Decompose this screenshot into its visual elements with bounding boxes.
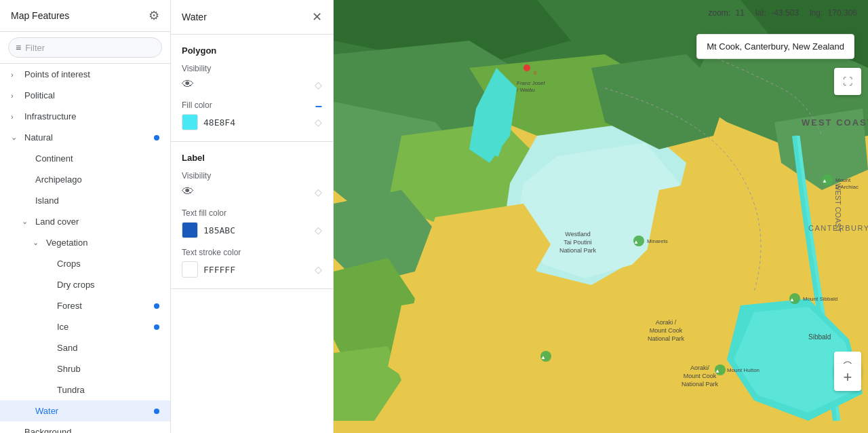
text-fill-color-swatch	[182, 222, 198, 238]
sidebar-header: Map Features ⚙	[0, 0, 170, 32]
lng-label: lng: 170.306	[810, 8, 857, 18]
svg-text:Minarets: Minarets	[647, 238, 668, 244]
sidebar-item-forest[interactable]: Forest	[0, 295, 170, 316]
svg-text:/ Waiāu: / Waiāu	[517, 87, 535, 93]
text-stroke-color-field[interactable]: FFFFFF	[182, 261, 235, 278]
chevron-icon: ⌄	[22, 217, 31, 226]
svg-text:Mount Sibbald: Mount Sibbald	[803, 296, 837, 302]
fill-color-field[interactable]: 48E8F4	[182, 114, 235, 130]
chevron-icon: ⌄	[33, 238, 42, 247]
nav-item-label: Vegetation	[46, 238, 87, 248]
text-fill-color-value: 185ABC	[203, 225, 235, 236]
diamond-icon-label-vis[interactable]: ◇	[315, 187, 322, 197]
diamond-icon-text-stroke[interactable]: ◇	[315, 264, 322, 275]
nav-item-label: Natural	[24, 132, 53, 143]
visibility-label-polygon: Visibility	[182, 64, 322, 73]
text-stroke-color-label: Text stroke color	[182, 248, 322, 257]
chevron-icon: ⌄	[11, 133, 20, 142]
sidebar-item-points-of-interest[interactable]: ›Points of interest	[0, 64, 170, 85]
lat-value: -43.503	[771, 8, 799, 18]
svg-text:Tai Poutini: Tai Poutini	[564, 239, 592, 246]
visibility-row-label: 👁 ◇	[182, 185, 322, 199]
svg-text:Westland: Westland	[565, 231, 590, 238]
svg-text:Mount Cook: Mount Cook	[650, 327, 683, 334]
sidebar-item-shrub[interactable]: Shrub	[0, 358, 170, 379]
zoom-in-icon: +	[844, 370, 852, 385]
fullscreen-button[interactable]: ⛶	[834, 68, 861, 95]
svg-text:▲: ▲	[633, 239, 639, 245]
diamond-icon-text-fill[interactable]: ◇	[315, 225, 322, 236]
svg-text:▲: ▲	[540, 354, 546, 360]
visibility-row-polygon: 👁 ◇	[182, 77, 322, 92]
fill-color-label: Fill color	[182, 100, 212, 110]
zoom-value: 11	[735, 8, 744, 18]
polygon-section-title: Polygon	[182, 45, 322, 56]
svg-text:National Park: National Park	[559, 247, 597, 254]
fill-color-minus[interactable]: −	[315, 100, 322, 114]
svg-text:National Park: National Park	[648, 335, 685, 342]
svg-marker-22	[388, 292, 510, 394]
tooltip-text: Mt Cook, Canterbury, New Zealand	[707, 41, 844, 52]
sidebar-item-land-cover[interactable]: ⌄Land cover	[0, 211, 170, 232]
diamond-icon-fill[interactable]: ◇	[315, 117, 322, 128]
nav-item-label: Infrastructure	[24, 111, 77, 121]
nav-item-label: Archipelago	[35, 174, 82, 185]
zoom-in-button[interactable]: +	[834, 364, 861, 391]
chevron-icon: ›	[11, 92, 20, 100]
sidebar-item-crops[interactable]: Crops	[0, 253, 170, 274]
svg-text:Mount Hutton: Mount Hutton	[727, 367, 760, 373]
map-area[interactable]: WEST COAST WEST COAST CANTERBURY CANTERB…	[334, 0, 868, 433]
lng-value: 170.306	[828, 8, 857, 18]
nav-item-label: Crops	[57, 259, 81, 269]
sidebar: Map Features ⚙ ≡ Filter ›Points of inter…	[0, 0, 171, 433]
sidebar-item-vegetation[interactable]: ⌄Vegetation	[0, 232, 170, 253]
svg-text:Mount Cook: Mount Cook	[684, 373, 717, 379]
sidebar-item-infrastructure[interactable]: ›Infrastructure	[0, 106, 170, 127]
nav-item-label: Forest	[57, 301, 82, 311]
sidebar-item-tundra[interactable]: Tundra	[0, 379, 170, 400]
nav-item-label: Water	[35, 406, 58, 416]
chevron-icon: ›	[11, 113, 20, 121]
eye-icon-polygon[interactable]: 👁	[182, 77, 194, 92]
sidebar-item-island[interactable]: Island	[0, 190, 170, 211]
eye-icon-label[interactable]: 👁	[182, 185, 194, 199]
lat-label: lat: -43.503	[755, 8, 799, 18]
gear-icon[interactable]: ⚙	[149, 10, 159, 22]
nav-item-label: Shrub	[57, 364, 81, 374]
text-fill-color-row: 185ABC ◇	[182, 222, 322, 238]
svg-text:▲: ▲	[789, 297, 795, 303]
filter-bar: ≡ Filter	[0, 32, 170, 64]
map-svg: WEST COAST WEST COAST CANTERBURY CANTERB…	[334, 0, 868, 433]
nav-item-label: Points of interest	[24, 69, 90, 79]
svg-text:Aoraki /: Aoraki /	[656, 319, 677, 326]
diamond-icon-polygon[interactable]: ◇	[315, 79, 322, 90]
sidebar-item-sand[interactable]: Sand	[0, 337, 170, 358]
nav-item-label: Land cover	[35, 216, 79, 227]
close-button[interactable]: ✕	[312, 10, 322, 24]
sidebar-item-ice[interactable]: Ice	[0, 316, 170, 337]
text-stroke-color-swatch	[182, 261, 198, 278]
sidebar-item-water[interactable]: Water	[0, 400, 170, 421]
sidebar-item-background[interactable]: Background	[0, 421, 170, 433]
filter-label: Filter	[25, 43, 45, 53]
sidebar-item-continent[interactable]: Continent	[0, 148, 170, 169]
fill-color-row: 48E8F4 ◇	[182, 114, 322, 130]
feature-panel: Water ✕ Polygon Visibility 👁 ◇ Fill colo…	[171, 0, 334, 433]
nav-item-label: Ice	[57, 322, 68, 332]
nav-item-label: Background	[24, 427, 71, 433]
sidebar-title: Map Features	[11, 10, 69, 21]
text-fill-color-label: Text fill color	[182, 208, 322, 218]
svg-text:CANTERBURY: CANTERBURY	[808, 224, 868, 232]
sidebar-item-dry-crops[interactable]: Dry crops	[0, 274, 170, 295]
svg-text:Sibbald: Sibbald	[808, 333, 831, 341]
sidebar-item-political[interactable]: ›Political	[0, 85, 170, 106]
nav-item-label: Political	[24, 90, 55, 100]
filter-input-wrap[interactable]: ≡ Filter	[8, 37, 162, 58]
nav-item-label: Dry crops	[57, 280, 95, 290]
fill-color-value: 48E8F4	[203, 117, 235, 128]
nav-item-label: Tundra	[57, 385, 85, 395]
sidebar-item-natural[interactable]: ⌄Natural	[0, 127, 170, 148]
text-fill-color-field[interactable]: 185ABC	[182, 222, 235, 238]
svg-text:D'Archiac: D'Archiac	[835, 184, 859, 190]
sidebar-item-archipelago[interactable]: Archipelago	[0, 169, 170, 190]
